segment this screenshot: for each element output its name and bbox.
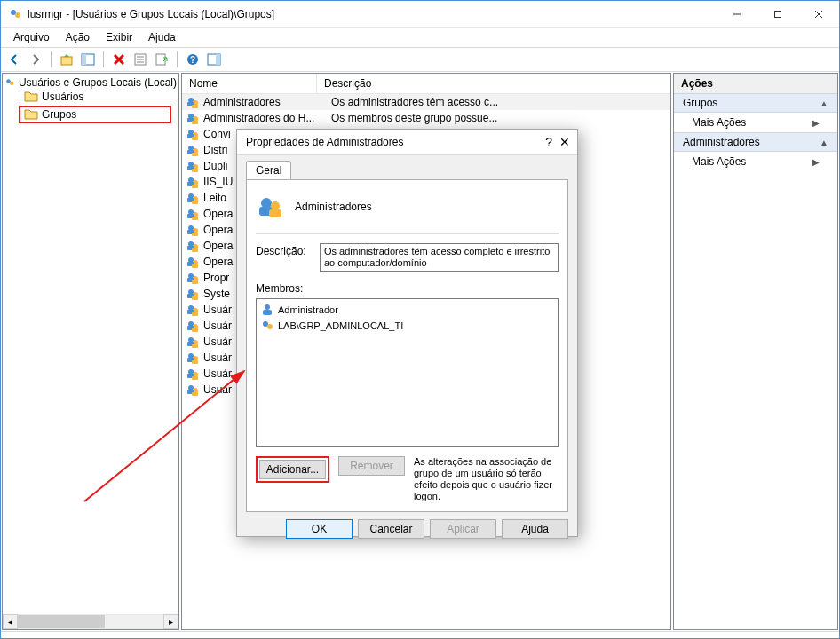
svg-rect-70: [192, 280, 198, 284]
column-desc[interactable]: Descrição: [317, 74, 670, 93]
svg-rect-62: [192, 248, 198, 252]
svg-rect-66: [192, 264, 198, 268]
tree-root-label: Usuários e Grupos Locais (Local): [19, 76, 177, 89]
minimize-button[interactable]: [717, 1, 757, 28]
svg-rect-7: [61, 57, 72, 65]
member-item[interactable]: Administrador: [260, 302, 554, 318]
forward-button[interactable]: [26, 50, 45, 69]
membership-note: As alterações na associação de grupo de …: [414, 456, 559, 502]
export-button[interactable]: [152, 50, 171, 69]
desc-label: Descrição:: [256, 243, 313, 257]
collapse-icon: ▲: [820, 99, 828, 108]
svg-rect-94: [192, 376, 198, 380]
svg-point-103: [265, 304, 270, 310]
lusrmgr-icon: [4, 75, 15, 90]
svg-point-105: [263, 321, 268, 327]
show-actions-button[interactable]: [204, 50, 224, 69]
help-button[interactable]: ?: [183, 50, 202, 69]
list-row[interactable]: AdministradoresOs administradores têm ac…: [182, 94, 670, 110]
tree-label-users: Usuários: [42, 91, 83, 103]
row-name: Administradores: [203, 96, 328, 108]
svg-rect-34: [192, 137, 198, 140]
scrollbar[interactable]: ◂ ▸: [3, 614, 178, 629]
action-section-label: Grupos: [683, 97, 717, 109]
members-listbox[interactable]: AdministradorLAB\GRP_ADMINLOCAL_TI: [256, 298, 559, 447]
dialog-titlebar: Propriedades de Administradores ? ✕: [237, 130, 577, 155]
menu-action[interactable]: Ação: [59, 29, 97, 45]
svg-rect-54: [192, 217, 198, 220]
group-large-icon: [256, 193, 284, 221]
toolbar-divider: [51, 51, 52, 67]
actions-panel: Ações Grupos ▲ Mais Ações ▶ Administrado…: [673, 73, 838, 630]
svg-rect-74: [192, 296, 198, 300]
list-row[interactable]: Administradores do H...Os membros deste …: [182, 110, 670, 126]
scroll-thumb[interactable]: [18, 615, 105, 628]
svg-rect-42: [192, 169, 198, 172]
svg-rect-30: [192, 121, 198, 124]
cancel-button[interactable]: Cancelar: [358, 519, 424, 539]
close-button[interactable]: [798, 1, 839, 28]
delete-button[interactable]: [109, 50, 129, 69]
collapse-icon: ▲: [820, 138, 828, 147]
member-item[interactable]: LAB\GRP_ADMINLOCAL_TI: [260, 318, 554, 334]
svg-rect-38: [192, 153, 198, 156]
svg-point-22: [10, 82, 13, 85]
remove-button: Remover: [338, 456, 405, 476]
scroll-right-button[interactable]: ▸: [163, 614, 178, 629]
column-name[interactable]: Nome: [182, 74, 317, 93]
action-section-label: Administradores: [683, 136, 760, 148]
svg-rect-20: [216, 54, 220, 65]
svg-rect-90: [192, 360, 198, 364]
menu-file[interactable]: Arquivo: [6, 29, 57, 45]
svg-point-2: [15, 12, 20, 18]
row-desc: Os membros deste grupo possue...: [331, 112, 667, 124]
tree-item-users[interactable]: Usuários: [4, 90, 177, 104]
svg-rect-98: [192, 392, 198, 396]
folder-icon: [24, 90, 38, 104]
svg-rect-4: [775, 11, 781, 17]
svg-rect-16: [156, 54, 165, 65]
menu-help[interactable]: Ajuda: [141, 29, 183, 45]
tree-root[interactable]: Usuários e Grupos Locais (Local): [4, 75, 177, 90]
folder-icon: [24, 107, 38, 122]
svg-point-21: [6, 79, 10, 83]
svg-rect-78: [192, 312, 198, 316]
svg-rect-50: [192, 201, 198, 204]
up-button[interactable]: [57, 50, 76, 69]
menubar: Arquivo Ação Exibir Ajuda: [1, 28, 839, 48]
refresh-button[interactable]: [131, 50, 150, 69]
help-button[interactable]: Ajuda: [502, 519, 568, 539]
apply-button: Aplicar: [430, 519, 496, 539]
properties-dialog: Propriedades de Administradores ? ✕ Gera…: [236, 129, 578, 537]
dialog-close-button[interactable]: ✕: [559, 135, 570, 149]
scroll-track[interactable]: [18, 614, 163, 629]
action-more-label: Mais Ações: [692, 155, 746, 168]
svg-rect-104: [263, 310, 272, 315]
svg-rect-58: [192, 233, 198, 236]
action-more-label: Mais Ações: [692, 116, 746, 129]
action-more-admins[interactable]: Mais Ações ▶: [674, 152, 837, 171]
tree-panel: Usuários e Grupos Locais (Local) Usuário…: [2, 73, 179, 630]
svg-point-101: [271, 201, 280, 210]
svg-rect-82: [192, 328, 198, 332]
add-button[interactable]: Adicionar...: [259, 460, 326, 479]
members-label: Membros:: [256, 282, 559, 295]
svg-rect-46: [192, 185, 198, 188]
back-button[interactable]: [4, 50, 24, 69]
action-section-groups[interactable]: Grupos ▲: [674, 93, 837, 113]
scroll-left-button[interactable]: ◂: [3, 614, 18, 629]
tab-general[interactable]: Geral: [246, 161, 291, 179]
tree-item-groups[interactable]: Grupos: [19, 106, 171, 123]
desc-textbox[interactable]: Os administradores têm acesso completo e…: [320, 243, 559, 272]
action-more-groups[interactable]: Mais Ações ▶: [674, 113, 837, 132]
add-button-highlight: Adicionar...: [256, 456, 329, 483]
maximize-button[interactable]: [757, 1, 798, 28]
menu-view[interactable]: Exibir: [99, 29, 139, 45]
show-hide-tree-button[interactable]: [78, 50, 98, 69]
svg-rect-26: [192, 105, 198, 108]
help-icon[interactable]: ?: [545, 135, 552, 149]
svg-point-1: [11, 10, 16, 15]
ok-button[interactable]: OK: [286, 519, 353, 539]
action-section-admins[interactable]: Administradores ▲: [674, 132, 837, 152]
chevron-right-icon: ▶: [812, 157, 820, 167]
